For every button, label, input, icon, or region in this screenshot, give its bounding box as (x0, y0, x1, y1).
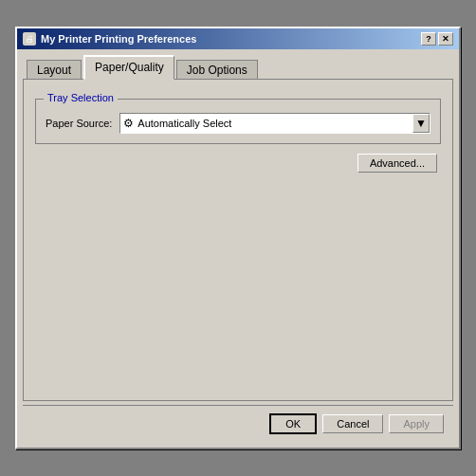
tab-paper-quality[interactable]: Paper/Quality (83, 55, 174, 80)
tab-bar: Layout Paper/Quality Job Options (23, 55, 453, 80)
dialog-buttons: OK Cancel Apply (23, 405, 453, 442)
advanced-area: Advanced... (35, 154, 441, 173)
paper-source-select[interactable]: ⚙ Automatically Select ▼ (119, 113, 430, 134)
tab-panel-paper-quality: Tray Selection Paper Source: ⚙ Automatic… (23, 79, 453, 401)
help-button[interactable]: ? (421, 32, 436, 46)
main-window: 🖨 My Printer Printing Preferences ? ✕ La… (15, 27, 461, 449)
title-bar: 🖨 My Printer Printing Preferences ? ✕ (17, 28, 459, 49)
ok-button[interactable]: OK (269, 413, 317, 434)
cancel-button[interactable]: Cancel (322, 414, 383, 433)
apply-button[interactable]: Apply (389, 414, 444, 433)
paper-source-label: Paper Source: (46, 118, 112, 129)
close-button[interactable]: ✕ (438, 32, 453, 46)
paper-source-value: Automatically Select (136, 118, 412, 129)
title-bar-left: 🖨 My Printer Printing Preferences (23, 32, 196, 46)
printer-icon: 🖨 (23, 32, 36, 46)
tab-layout[interactable]: Layout (27, 60, 82, 81)
advanced-button[interactable]: Advanced... (357, 154, 437, 173)
window-content: Layout Paper/Quality Job Options Tray Se… (17, 49, 459, 448)
window-title: My Printer Printing Preferences (41, 33, 196, 45)
tray-selection-legend: Tray Selection (44, 92, 118, 103)
auto-select-icon: ⚙ (120, 116, 136, 131)
paper-source-row: Paper Source: ⚙ Automatically Select ▼ (46, 113, 430, 134)
tab-job-options[interactable]: Job Options (176, 60, 258, 81)
tray-selection-group: Tray Selection Paper Source: ⚙ Automatic… (35, 99, 441, 144)
paper-source-dropdown-arrow[interactable]: ▼ (412, 114, 430, 133)
title-bar-buttons: ? ✕ (421, 32, 453, 46)
